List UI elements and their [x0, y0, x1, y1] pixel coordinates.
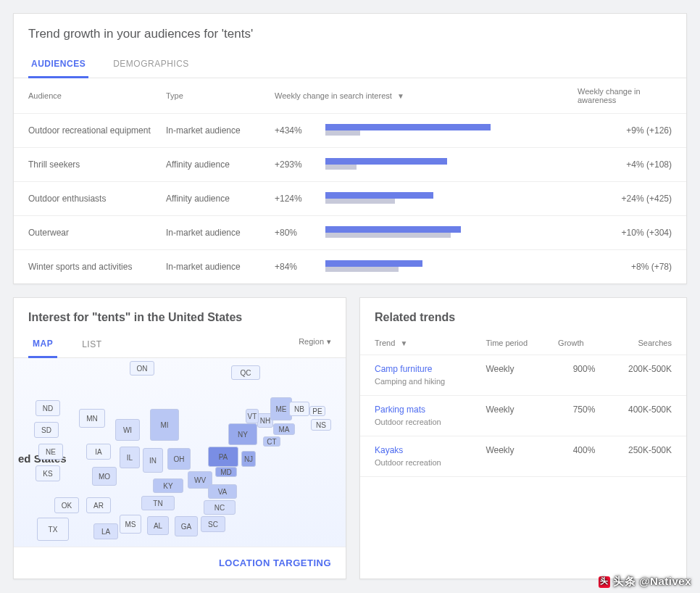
header-change-awareness[interactable]: Weekly change in awareness [570, 78, 686, 114]
trend-link[interactable]: Kayaks [375, 445, 471, 455]
map-region[interactable]: TX [37, 518, 69, 541]
watermark: 头条 @Nativex [599, 575, 691, 589]
location-targeting-button[interactable]: LOCATION TARGETING [14, 547, 346, 579]
map-region[interactable]: NB [289, 402, 309, 416]
map-region[interactable]: TN [141, 496, 175, 510]
audience-name: Outdoor recreational equipment [14, 114, 159, 148]
table-row[interactable]: Outdoor enthusiastsAffinity audience+124… [14, 182, 686, 216]
change-bar [318, 148, 570, 182]
map-region[interactable]: MI [150, 409, 179, 441]
sort-down-icon: ▼ [400, 339, 407, 347]
map-region[interactable]: QC [231, 365, 260, 380]
map-region[interactable]: ND [36, 400, 60, 416]
trend-period: Weekly [478, 355, 551, 396]
map-region[interactable]: MS [120, 515, 141, 534]
trends-table: Trend ▼ Time period Growth Searches Camp… [360, 331, 686, 477]
audience-type: Affinity audience [159, 148, 267, 182]
audiences-tabs: AUDIENCES DEMOGRAPHICS [14, 51, 686, 78]
trend-link[interactable]: Parking mats [375, 405, 471, 415]
trend-cell: KayaksOutdoor recreation [360, 436, 478, 477]
map-region[interactable]: KY [153, 478, 183, 493]
map-region[interactable]: LA [93, 523, 118, 539]
map-region[interactable]: NS [311, 419, 331, 431]
map-region[interactable]: MD [215, 467, 237, 477]
map-region[interactable]: OK [54, 497, 79, 513]
tab-audiences[interactable]: AUDIENCES [28, 51, 88, 78]
chevron-down-icon: ▾ [327, 337, 331, 347]
trend-link[interactable]: Camp furniture [375, 364, 471, 374]
trend-searches: 250K-500K [602, 436, 686, 477]
header-audience[interactable]: Audience [14, 78, 159, 114]
map-region[interactable]: IL [120, 447, 140, 468]
change-bar [318, 182, 570, 216]
header-type[interactable]: Type [159, 78, 267, 114]
map-region[interactable]: VA [208, 484, 237, 499]
trend-cell: Camp furnitureCamping and hiking [360, 355, 478, 396]
audiences-title: Trend growth in your audiences for 'tent… [14, 14, 686, 51]
map-tabs: MAP LIST Region ▾ [14, 331, 346, 358]
tab-demographics[interactable]: DEMOGRAPHICS [110, 51, 192, 78]
map-region[interactable]: PA [208, 447, 238, 467]
trend-searches: 200K-500K [602, 355, 686, 396]
map-region[interactable]: OH [167, 448, 191, 470]
trend-period: Weekly [478, 396, 551, 436]
audience-name: Thrill seekers [14, 148, 159, 182]
map-region[interactable]: NY [228, 423, 257, 445]
map-region[interactable]: MN [79, 409, 105, 428]
audiences-table: Audience Type Weekly change in search in… [14, 78, 686, 283]
trend-cell: Parking matsOutdoor recreation [360, 396, 478, 436]
trend-period: Weekly [478, 436, 551, 477]
map-region[interactable]: VT [246, 409, 259, 423]
map-area[interactable]: ed States ONQCNDMNSDNEKSOKTXWIIAILMOARLA… [14, 358, 346, 547]
map-region[interactable]: MO [92, 467, 117, 486]
sort-down-icon: ▼ [397, 92, 404, 100]
map-region[interactable]: MA [273, 423, 295, 435]
map-region[interactable]: AR [86, 497, 111, 513]
awareness-value: +4% (+108) [570, 148, 686, 182]
table-row[interactable]: KayaksOutdoor recreationWeekly400%250K-5… [360, 436, 686, 477]
table-row[interactable]: Thrill seekersAffinity audience+293%+4% … [14, 148, 686, 182]
table-row[interactable]: OuterwearIn-market audience+80%+10% (+30… [14, 216, 686, 250]
trend-category: Camping and hiking [375, 377, 445, 386]
map-region[interactable]: IA [86, 444, 111, 460]
map-region[interactable]: AL [147, 516, 169, 535]
table-row[interactable]: Parking matsOutdoor recreationWeekly750%… [360, 396, 686, 436]
change-bar [318, 250, 570, 284]
change-value: +293% [267, 148, 318, 182]
map-region[interactable]: SC [201, 516, 225, 532]
map-tab-map[interactable]: MAP [28, 331, 57, 358]
map-region[interactable]: WI [115, 419, 140, 441]
related-title: Related trends [360, 298, 686, 331]
related-trends-panel: Related trends Trend ▼ Time period Growt… [359, 297, 687, 579]
map-region[interactable]: NC [204, 500, 236, 515]
header-period[interactable]: Time period [478, 331, 551, 355]
audience-type: In-market audience [159, 250, 267, 284]
region-dropdown[interactable]: Region ▾ [299, 337, 331, 352]
map-region[interactable]: GA [175, 516, 198, 536]
map-region[interactable]: KS [36, 465, 60, 481]
map-region[interactable]: SD [34, 422, 59, 438]
trend-growth: 400% [551, 436, 602, 477]
audience-type: In-market audience [159, 216, 267, 250]
audience-type: Affinity audience [159, 182, 267, 216]
table-row[interactable]: Outdoor recreational equipmentIn-market … [14, 114, 686, 148]
audience-name: Winter sports and activities [14, 250, 159, 284]
map-tab-list[interactable]: LIST [78, 332, 106, 357]
map-region[interactable]: NJ [241, 451, 256, 467]
table-row[interactable]: Camp furnitureCamping and hikingWeekly90… [360, 355, 686, 396]
map-title: Interest for "tents" in the United State… [14, 298, 346, 331]
change-bar [318, 114, 570, 148]
map-region[interactable]: IN [143, 448, 163, 473]
map-region[interactable]: ON [130, 361, 154, 376]
header-growth[interactable]: Growth [551, 331, 602, 355]
header-searches[interactable]: Searches [602, 331, 686, 355]
header-trend[interactable]: Trend ▼ [360, 331, 478, 355]
header-change-interest[interactable]: Weekly change in search interest ▼ [267, 78, 570, 114]
trend-category: Outdoor recreation [375, 418, 441, 426]
map-region[interactable]: CT [263, 436, 280, 447]
map-region[interactable]: PE [309, 406, 325, 416]
table-row[interactable]: Winter sports and activitiesIn-market au… [14, 250, 686, 284]
map-region[interactable]: NE [38, 444, 63, 460]
awareness-value: +8% (+78) [570, 250, 686, 284]
trend-category: Outdoor recreation [375, 458, 441, 467]
